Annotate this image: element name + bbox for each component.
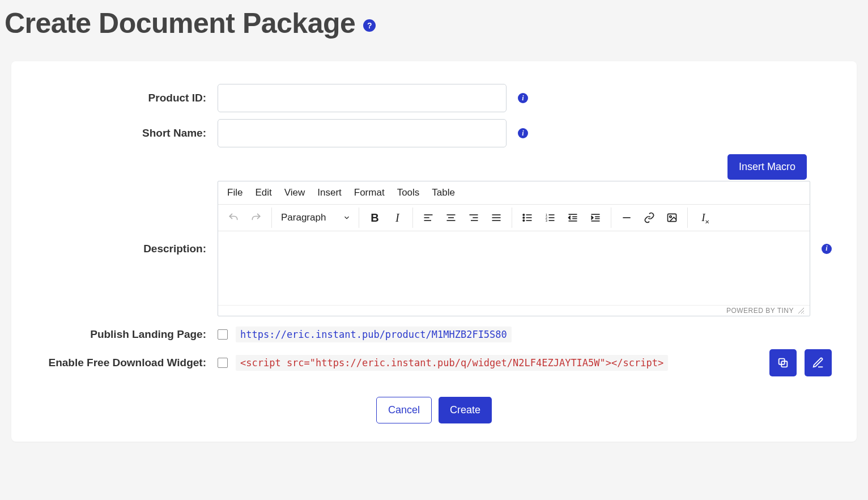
horizontal-rule-icon[interactable] xyxy=(616,207,637,228)
edit-script-button[interactable] xyxy=(805,349,832,376)
row-short-name: Short Name: i xyxy=(36,119,832,147)
block-format-select[interactable]: Paragraph xyxy=(274,209,356,227)
menu-tools[interactable]: Tools xyxy=(397,187,420,198)
redo-icon[interactable] xyxy=(245,207,267,228)
enable-widget-checkbox[interactable] xyxy=(218,358,228,368)
product-id-input[interactable] xyxy=(218,84,507,112)
undo-icon[interactable] xyxy=(223,207,244,228)
editor-footer: POWERED BY TINY xyxy=(218,305,810,316)
editor-toolbar: Paragraph B I xyxy=(218,204,810,231)
align-right-icon[interactable] xyxy=(463,207,484,228)
italic-icon[interactable]: I xyxy=(386,207,408,228)
info-icon[interactable]: i xyxy=(822,244,832,254)
info-icon[interactable]: i xyxy=(518,128,528,138)
outdent-icon[interactable] xyxy=(562,207,584,228)
publish-landing-checkbox[interactable] xyxy=(218,329,228,340)
editor-menubar: File Edit View Insert Format Tools Table xyxy=(218,181,810,204)
bold-icon[interactable]: B xyxy=(364,207,385,228)
label-short-name: Short Name: xyxy=(36,127,206,139)
widget-script-text: <script src="https://eric.instant.pub/q/… xyxy=(236,355,668,371)
label-enable-widget: Enable Free Download Widget: xyxy=(36,357,206,369)
menu-format[interactable]: Format xyxy=(354,187,385,198)
svg-point-12 xyxy=(523,214,525,216)
link-icon[interactable] xyxy=(639,207,660,228)
align-center-icon[interactable] xyxy=(440,207,462,228)
svg-point-34 xyxy=(670,216,671,218)
page-title: Create Document Package xyxy=(5,7,355,40)
row-product-id: Product ID: i xyxy=(36,84,832,112)
align-left-icon[interactable] xyxy=(418,207,439,228)
clear-format-icon[interactable]: I✕ xyxy=(692,207,714,228)
menu-view[interactable]: View xyxy=(284,187,305,198)
image-icon[interactable] xyxy=(661,207,683,228)
resize-handle-icon[interactable] xyxy=(797,307,805,315)
chevron-down-icon xyxy=(343,214,351,222)
menu-insert[interactable]: Insert xyxy=(317,187,342,198)
svg-line-37 xyxy=(803,313,804,313)
svg-line-35 xyxy=(798,308,804,313)
editor-branding[interactable]: POWERED BY TINY xyxy=(726,307,794,315)
numbered-list-icon[interactable]: 123 xyxy=(539,207,561,228)
row-publish-landing: Publish Landing Page: https://eric.insta… xyxy=(36,327,832,342)
create-button[interactable]: Create xyxy=(439,397,492,423)
menu-table[interactable]: Table xyxy=(432,187,455,198)
svg-text:3: 3 xyxy=(546,219,547,222)
align-justify-icon[interactable] xyxy=(486,207,507,228)
short-name-input[interactable] xyxy=(218,119,507,147)
landing-url-text: https://eric.instant.pub/product/M1MHZB2… xyxy=(236,327,512,342)
insert-macro-button[interactable]: Insert Macro xyxy=(727,154,807,180)
svg-point-14 xyxy=(523,220,525,222)
cancel-button[interactable]: Cancel xyxy=(376,397,432,423)
help-icon[interactable]: ? xyxy=(363,19,376,32)
description-textarea[interactable] xyxy=(218,231,810,305)
bullet-list-icon[interactable] xyxy=(517,207,538,228)
edit-icon xyxy=(812,357,824,369)
page-header: Create Document Package ? xyxy=(0,0,868,44)
row-enable-widget: Enable Free Download Widget: <script src… xyxy=(36,349,832,376)
info-icon[interactable]: i xyxy=(518,93,528,103)
copy-script-button[interactable] xyxy=(769,349,797,376)
svg-point-13 xyxy=(523,217,525,219)
label-description: Description: xyxy=(36,243,206,255)
menu-file[interactable]: File xyxy=(227,187,242,198)
macro-button-row: Insert Macro xyxy=(36,154,832,180)
copy-icon xyxy=(777,357,789,369)
form-card: Product ID: i Short Name: i Insert Macro… xyxy=(11,61,857,442)
label-product-id: Product ID: xyxy=(36,92,206,104)
row-description: Description: File Edit View Insert Forma… xyxy=(36,181,832,316)
menu-edit[interactable]: Edit xyxy=(255,187,271,198)
form-actions: Cancel Create xyxy=(36,397,832,423)
rich-text-editor: File Edit View Insert Format Tools Table xyxy=(218,181,810,316)
block-format-label: Paragraph xyxy=(281,212,326,223)
label-publish-landing: Publish Landing Page: xyxy=(36,328,206,341)
indent-icon[interactable] xyxy=(585,207,606,228)
